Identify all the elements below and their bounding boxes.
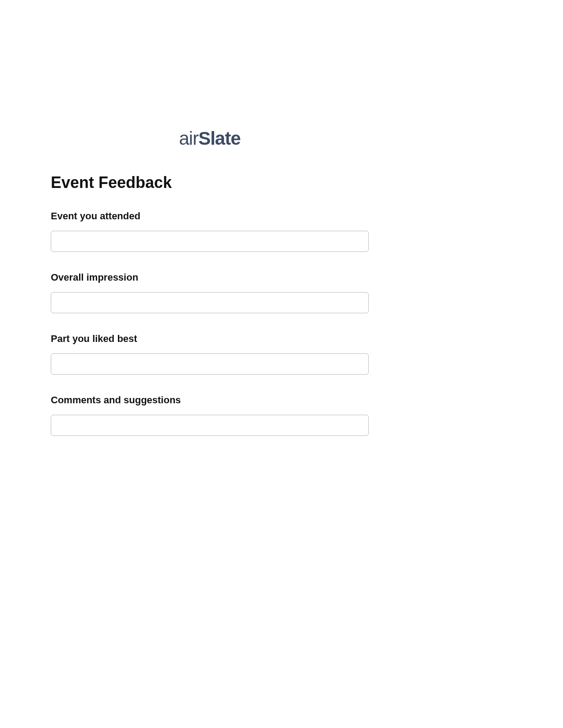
label-event-attended: Event you attended [51, 210, 369, 222]
label-overall-impression: Overall impression [51, 272, 369, 283]
page-title: Event Feedback [51, 173, 369, 192]
input-part-liked-best[interactable] [51, 353, 369, 375]
input-comments-suggestions[interactable] [51, 415, 369, 436]
logo-part-air: air [179, 128, 198, 149]
logo-wrap: airSlate [51, 128, 369, 149]
airslate-logo: airSlate [179, 128, 240, 149]
field-comments-suggestions: Comments and suggestions [51, 394, 369, 436]
field-overall-impression: Overall impression [51, 272, 369, 313]
label-comments-suggestions: Comments and suggestions [51, 394, 369, 406]
label-part-liked-best: Part you liked best [51, 333, 369, 345]
field-event-attended: Event you attended [51, 210, 369, 252]
input-event-attended[interactable] [51, 231, 369, 252]
field-part-liked-best: Part you liked best [51, 333, 369, 375]
form-container: airSlate Event Feedback Event you attend… [51, 128, 369, 456]
input-overall-impression[interactable] [51, 292, 369, 313]
logo-part-slate: Slate [198, 128, 240, 149]
